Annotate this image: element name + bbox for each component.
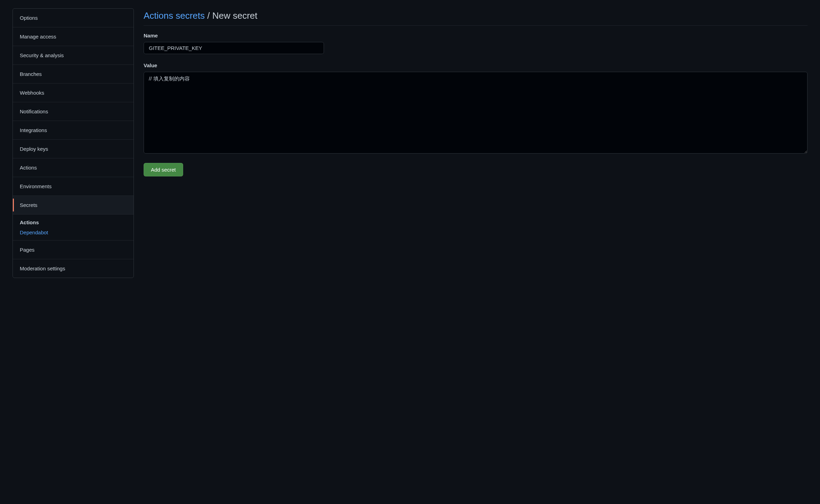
- sidebar-item-deploy-keys[interactable]: Deploy keys: [13, 140, 134, 158]
- sidebar-item-label: Integrations: [20, 127, 47, 133]
- sidebar-item-environments[interactable]: Environments: [13, 177, 134, 196]
- breadcrumb-separator: /: [207, 10, 212, 21]
- form-group-value: Value: [144, 62, 808, 155]
- secrets-sub-dependabot[interactable]: Dependabot: [20, 225, 127, 235]
- sidebar-item-label: Moderation settings: [20, 266, 65, 271]
- sidebar-item-label: Branches: [20, 71, 42, 77]
- name-label: Name: [144, 33, 808, 38]
- page-title: Actions secrets / New secret: [144, 10, 808, 26]
- sidebar-item-actions[interactable]: Actions: [13, 158, 134, 177]
- breadcrumb-link-actions-secrets[interactable]: Actions secrets: [144, 10, 205, 21]
- breadcrumb-current: New secret: [212, 10, 257, 21]
- sidebar-item-moderation-settings[interactable]: Moderation settings: [13, 259, 134, 278]
- form-group-name: Name: [144, 33, 808, 54]
- main-content: Actions secrets / New secret Name Value …: [144, 8, 808, 278]
- sidebar-item-label: Actions: [20, 165, 37, 171]
- secret-value-textarea[interactable]: [144, 72, 808, 154]
- sidebar-item-label: Security & analysis: [20, 52, 64, 58]
- sidebar-item-notifications[interactable]: Notifications: [13, 102, 134, 121]
- sidebar-item-webhooks[interactable]: Webhooks: [13, 84, 134, 102]
- sidebar-item-label: Secrets: [20, 202, 37, 208]
- sidebar-item-label: Notifications: [20, 108, 48, 114]
- sidebar-item-security-analysis[interactable]: Security & analysis: [13, 46, 134, 65]
- sidebar-item-label: Pages: [20, 247, 35, 253]
- sidebar-item-options[interactable]: Options: [13, 9, 134, 27]
- sidebar-item-integrations[interactable]: Integrations: [13, 121, 134, 140]
- sidebar-item-pages[interactable]: Pages: [13, 241, 134, 259]
- sidebar-item-label: Options: [20, 15, 38, 21]
- value-label: Value: [144, 62, 808, 68]
- sidebar-item-secrets[interactable]: Secrets: [13, 196, 134, 215]
- sidebar-secrets-subsection: Actions Dependabot: [13, 215, 134, 241]
- sidebar-item-label: Deploy keys: [20, 146, 48, 152]
- sidebar-item-label: Manage access: [20, 34, 56, 40]
- add-secret-button[interactable]: Add secret: [144, 163, 183, 176]
- sidebar-item-manage-access[interactable]: Manage access: [13, 27, 134, 46]
- settings-sidebar: Options Manage access Security & analysi…: [12, 8, 134, 278]
- secrets-sub-actions[interactable]: Actions: [20, 219, 127, 225]
- sidebar-item-branches[interactable]: Branches: [13, 65, 134, 84]
- sidebar-item-label: Environments: [20, 183, 52, 189]
- sidebar-item-label: Webhooks: [20, 90, 44, 96]
- secret-name-input[interactable]: [144, 42, 324, 54]
